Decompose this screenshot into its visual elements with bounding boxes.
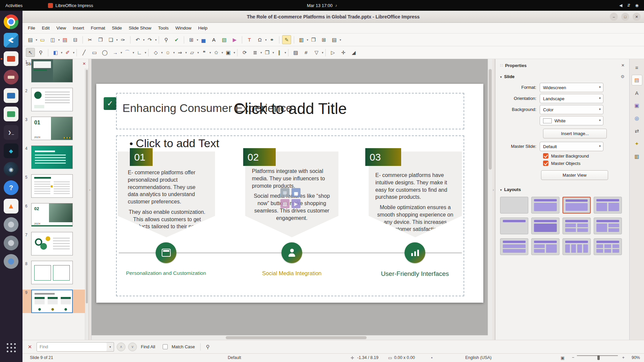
dock-item-calc[interactable] bbox=[4, 107, 18, 121]
master-slide-select[interactable]: Default bbox=[540, 142, 603, 151]
focused-app-menu[interactable]: LibreOffice Impress bbox=[48, 3, 93, 8]
slide-thumbnail-4[interactable]: 4 bbox=[22, 145, 89, 169]
callout-shapes-icon[interactable]: ❝ bbox=[200, 48, 209, 57]
toggle-extrusion-icon[interactable]: ◢ bbox=[349, 48, 358, 57]
layouts-section-header[interactable]: Layouts bbox=[500, 185, 625, 194]
align-objects-icon[interactable]: ≣ bbox=[251, 48, 260, 57]
insert-image-button[interactable]: Insert Image... bbox=[543, 129, 607, 138]
save-icon[interactable]: ◫ bbox=[48, 35, 57, 44]
menu-slide[interactable]: Slide bbox=[109, 23, 125, 33]
slide-thumbnail-3[interactable]: 3 01 202X bbox=[22, 117, 89, 140]
master-background-checkbox[interactable]: Master Background bbox=[543, 153, 625, 159]
dock-item-steam[interactable] bbox=[4, 162, 18, 177]
redo-icon[interactable]: ↷ bbox=[145, 35, 154, 44]
layout-option-four-content[interactable] bbox=[562, 218, 591, 234]
dock-item-help[interactable] bbox=[4, 180, 18, 195]
clock-menu[interactable]: Mar 13 17:00 ♪ bbox=[307, 3, 337, 8]
menu-view[interactable]: View bbox=[53, 23, 69, 33]
slide-thumbnail-1[interactable]: 1 bbox=[22, 59, 89, 82]
dock-item-terminal[interactable] bbox=[4, 125, 18, 140]
new-slide-icon[interactable]: ▥ bbox=[297, 35, 306, 44]
export-pdf-icon[interactable]: ▤ bbox=[60, 35, 69, 44]
special-character-icon[interactable]: Ω bbox=[255, 35, 264, 44]
find-previous-icon[interactable] bbox=[117, 343, 125, 351]
column-label-3[interactable]: User-Friendly Interfaces bbox=[358, 270, 472, 278]
zoom-out-icon[interactable]: − bbox=[572, 355, 574, 360]
panel-splitter-left[interactable] bbox=[89, 59, 92, 340]
menu-format[interactable]: Format bbox=[88, 23, 109, 33]
slide-thumbnail-5[interactable]: 5 bbox=[22, 174, 89, 198]
curves-and-polygons-icon[interactable]: ⌒ bbox=[123, 48, 132, 57]
layout-option-two-content[interactable] bbox=[594, 197, 622, 214]
slide-thumbnail-9-selected[interactable]: 9 bbox=[22, 290, 89, 313]
edit-points-icon[interactable]: ▷ bbox=[328, 48, 337, 57]
slide-thumbnail-6[interactable]: 6 02 202X bbox=[22, 203, 89, 227]
crop-image-icon[interactable]: # bbox=[302, 48, 311, 57]
close-slides-panel-icon[interactable] bbox=[83, 61, 86, 66]
layout-option-centered-text[interactable] bbox=[531, 218, 559, 234]
new-document-icon[interactable]: ▤ bbox=[26, 35, 35, 44]
paste-icon[interactable]: ❏ bbox=[106, 35, 115, 44]
canvas-horizontal-scrollbar[interactable] bbox=[92, 335, 488, 340]
line-color-icon[interactable]: ✐ bbox=[63, 48, 72, 57]
print-icon[interactable]: ⊟ bbox=[71, 35, 80, 44]
connectors-icon[interactable]: ∟ bbox=[135, 48, 144, 57]
find-history-dropdown-icon[interactable] bbox=[107, 342, 114, 352]
menu-file[interactable]: File bbox=[24, 23, 39, 33]
orientation-select[interactable]: Landscape bbox=[540, 94, 603, 103]
3d-objects-icon[interactable]: ▣ bbox=[224, 48, 233, 57]
slide-thumbnail-2[interactable]: 2 bbox=[22, 88, 89, 111]
show-applications-icon[interactable] bbox=[4, 340, 18, 355]
insert-table-icon[interactable]: ⊞ bbox=[187, 35, 196, 44]
dock-item-text-editor[interactable] bbox=[4, 70, 18, 84]
activities-button[interactable]: Activities bbox=[0, 0, 28, 11]
master-slides-tab-icon[interactable]: ▥ bbox=[632, 151, 642, 162]
menu-slide-show[interactable]: Slide Show bbox=[125, 23, 155, 33]
arrange-icon[interactable]: ❐ bbox=[263, 48, 272, 57]
duplicate-slide-icon[interactable]: ❐ bbox=[309, 35, 318, 44]
flowchart-shapes-icon[interactable]: ▱ bbox=[187, 48, 197, 57]
block-arrows-icon[interactable]: ⇒ bbox=[175, 48, 184, 57]
find-all-button[interactable]: Find All bbox=[141, 344, 155, 349]
stars-and-banners-icon[interactable]: ✩ bbox=[212, 48, 221, 57]
close-find-icon[interactable] bbox=[26, 344, 34, 350]
glue-points-icon[interactable]: ✛ bbox=[339, 48, 348, 57]
fill-color-icon[interactable]: ◧ bbox=[51, 48, 60, 57]
zoom-slider-thumb[interactable] bbox=[597, 355, 600, 360]
dock-item-utility-1[interactable] bbox=[4, 217, 18, 232]
image-filter-icon[interactable]: ▽ bbox=[312, 48, 321, 57]
layout-option-content-left[interactable] bbox=[594, 218, 622, 234]
spelling-icon[interactable]: ✔ bbox=[172, 35, 181, 44]
dock-item-kodi[interactable] bbox=[4, 143, 18, 158]
master-objects-checkbox[interactable]: Master Objects bbox=[543, 161, 625, 166]
maximize-button[interactable] bbox=[621, 13, 629, 21]
minimize-button[interactable] bbox=[610, 13, 618, 21]
calendar-icon[interactable] bbox=[156, 242, 176, 263]
slide-canvas[interactable]: Enhancing Consumer Experience Click to a… bbox=[96, 84, 483, 303]
insert-textbox-icon[interactable]: A bbox=[209, 35, 218, 44]
sidebar-settings-icon[interactable]: ≡ bbox=[632, 62, 642, 73]
properties-tab-icon[interactable]: ▤ bbox=[632, 75, 642, 85]
find-next-icon[interactable] bbox=[128, 343, 137, 351]
dock-item-writer[interactable] bbox=[4, 88, 18, 103]
layout-option-two-rows[interactable] bbox=[500, 238, 528, 255]
ellipse-tool-icon[interactable]: ◯ bbox=[100, 48, 109, 57]
match-case-checkbox[interactable] bbox=[163, 344, 168, 349]
title-placeholder[interactable]: Enhancing Consumer Experience Click to a… bbox=[116, 93, 464, 129]
copy-icon[interactable]: ❐ bbox=[96, 35, 105, 44]
dock-item-impress[interactable] bbox=[4, 51, 18, 66]
select-tool-icon[interactable]: ↖ bbox=[26, 48, 35, 57]
column-number-3[interactable]: 03 bbox=[365, 148, 401, 166]
menu-insert[interactable]: Insert bbox=[69, 23, 88, 33]
format-select[interactable]: Widescreen bbox=[540, 83, 603, 92]
shadow-icon[interactable]: ▨ bbox=[291, 48, 300, 57]
animation-tab-icon[interactable]: ✦ bbox=[632, 138, 642, 149]
master-view-button[interactable]: Master View bbox=[541, 170, 608, 180]
layout-option-content-right[interactable] bbox=[531, 238, 559, 255]
insert-media-icon[interactable]: ▶ bbox=[291, 199, 301, 208]
background-color-select[interactable]: White bbox=[540, 116, 603, 125]
fit-slide-icon[interactable]: ▣ bbox=[560, 355, 565, 360]
rectangle-tool-icon[interactable]: ▭ bbox=[90, 48, 99, 57]
bar-chart-icon[interactable] bbox=[405, 242, 425, 263]
lines-and-arrows-icon[interactable]: → bbox=[111, 48, 120, 57]
